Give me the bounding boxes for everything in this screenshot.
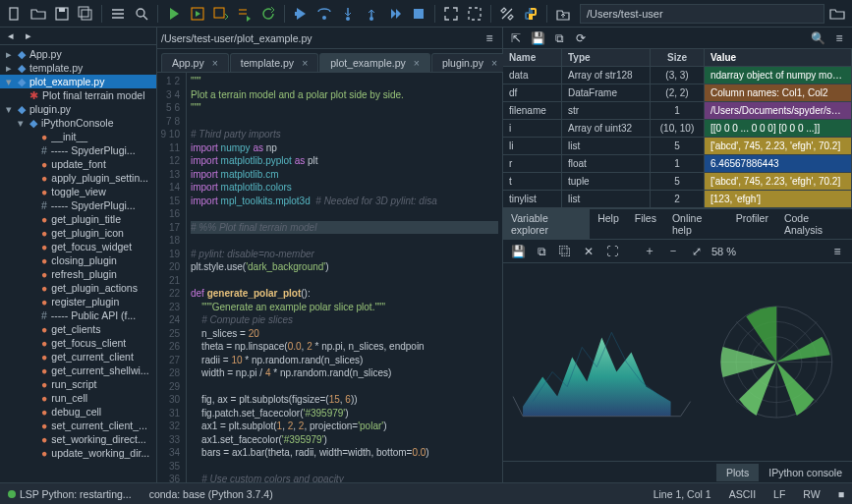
continue-icon[interactable]	[384, 3, 406, 25]
tab-ipython[interactable]: IPython console	[759, 464, 852, 481]
outline-item[interactable]: ▾◆plot_example.py	[0, 75, 156, 88]
outline-item[interactable]: ●get_clients	[0, 322, 156, 336]
copy-plot-icon[interactable]: ⿻	[556, 243, 574, 260]
outline-item[interactable]: ●get_plugin_icon	[0, 226, 156, 240]
step-over-icon[interactable]	[313, 3, 335, 25]
remove-plot-icon[interactable]: ✕	[580, 243, 597, 260]
search-vars-icon[interactable]: 🔍	[809, 29, 826, 47]
right-pane-tab[interactable]: Files	[627, 209, 664, 239]
open-folder-icon[interactable]	[28, 3, 49, 25]
rerun-icon[interactable]	[257, 3, 279, 25]
memory-usage[interactable]: ■	[838, 488, 844, 500]
outline-item[interactable]: ●toggle_view	[0, 185, 156, 198]
save-all-plots-icon[interactable]: ⧉	[533, 243, 550, 260]
stop-debug-icon[interactable]	[408, 3, 429, 25]
save-data-icon[interactable]: 💾	[529, 29, 546, 47]
refresh-vars-icon[interactable]: ⟳	[572, 29, 590, 47]
new-file-icon[interactable]	[4, 3, 26, 25]
outline-item[interactable]: #----- SpyderPlugi...	[0, 198, 156, 212]
run-icon[interactable]	[163, 3, 185, 25]
encoding[interactable]: ASCII	[729, 488, 756, 500]
file-permissions[interactable]: RW	[803, 488, 820, 500]
fullscreen-icon[interactable]	[464, 3, 485, 25]
run-cell-advance-icon[interactable]	[210, 3, 232, 25]
variable-row[interactable]: tinylistlist2[123, 'efgh']	[503, 191, 852, 208]
save-plot-icon[interactable]: 💾	[509, 243, 527, 260]
outline-item[interactable]: ●debug_cell	[0, 405, 156, 419]
outline-item[interactable]: ●get_plugin_title	[0, 212, 156, 226]
variable-row[interactable]: dataArray of str128(3, 3)ndarray object …	[503, 67, 852, 84]
step-into-icon[interactable]	[337, 3, 359, 25]
outline-item[interactable]: ●refresh_plugin	[0, 267, 156, 281]
python-path-icon[interactable]	[520, 3, 541, 25]
remove-all-plots-icon[interactable]: ⛶	[603, 243, 621, 260]
right-pane-tab[interactable]: Online help	[664, 209, 728, 239]
right-pane-tab[interactable]: Help	[590, 209, 627, 239]
parent-dir-icon[interactable]	[552, 3, 574, 25]
vars-options-icon[interactable]: ≡	[830, 29, 848, 47]
right-pane-tab[interactable]: Variable explorer	[503, 209, 590, 239]
outline-item[interactable]: ●set_current_client_...	[0, 419, 156, 432]
zoom-fit-icon[interactable]: ⤢	[688, 243, 706, 260]
outline-item[interactable]: ●get_focus_widget	[0, 240, 156, 253]
outline-item[interactable]: ●__init__	[0, 130, 156, 143]
editor-tab[interactable]: template.py×	[230, 53, 318, 72]
code-editor[interactable]: 1 2 3 4 5 6 7 8 9 10 11 12 13 14 15 16 1…	[157, 73, 502, 482]
col-value[interactable]: Value	[705, 49, 852, 66]
step-out-icon[interactable]	[361, 3, 382, 25]
outline-item[interactable]: ●run_cell	[0, 391, 156, 405]
back-icon[interactable]: ◂	[4, 29, 18, 43]
editor-tab[interactable]: plugin.py×	[431, 53, 508, 72]
close-tab-icon[interactable]: ×	[414, 57, 420, 69]
outline-item[interactable]: ▾◆plugin.py	[0, 102, 156, 116]
variable-row[interactable]: rfloat16.46567886443	[503, 155, 852, 173]
outline-item[interactable]: ●update_working_dir...	[0, 446, 156, 460]
col-name[interactable]: Name	[503, 49, 562, 66]
conda-env[interactable]: conda: base (Python 3.7.4)	[149, 488, 273, 500]
list-icon[interactable]	[107, 3, 129, 25]
cursor-position[interactable]: Line 1, Col 1	[653, 488, 711, 500]
forward-icon[interactable]: ▸	[22, 29, 35, 43]
working-directory-input[interactable]	[580, 4, 824, 24]
outline-item[interactable]: ●closing_plugin	[0, 253, 156, 267]
variable-row[interactable]: ttuple5['abcd', 745, 2.23, 'efgh', 70.2]	[503, 173, 852, 191]
outline-item[interactable]: ▸◆App.py	[0, 47, 156, 61]
outline-item[interactable]: ●register_plugin	[0, 295, 156, 308]
save-as-icon[interactable]: ⧉	[550, 29, 568, 47]
close-tab-icon[interactable]: ×	[212, 57, 218, 69]
editor-tab[interactable]: plot_example.py×	[319, 53, 430, 72]
outline-item[interactable]: ●apply_plugin_settin...	[0, 171, 156, 185]
outline-item[interactable]: ●get_current_client	[0, 350, 156, 364]
editor-menu-icon[interactable]: ≡	[481, 29, 498, 47]
outline-item[interactable]: ●run_script	[0, 377, 156, 391]
variable-row[interactable]: dfDataFrame(2, 2)Column names: Col1, Col…	[503, 84, 852, 102]
variable-row[interactable]: lilist5['abcd', 745, 2.23, 'efgh', 70.2]	[503, 138, 852, 155]
outline-item[interactable]: ✱Plot final terrain model	[0, 88, 156, 102]
line-ending[interactable]: LF	[773, 488, 785, 500]
variable-row[interactable]: filenamestr1/Users/Documents/spyder/spyd…	[503, 102, 852, 120]
outline-item[interactable]: ●get_current_shellwi...	[0, 364, 156, 377]
right-pane-tab[interactable]: Code Analysis	[776, 209, 852, 239]
outline-item[interactable]: ▸◆template.py	[0, 61, 156, 75]
import-data-icon[interactable]: ⇱	[507, 29, 525, 47]
outline-item[interactable]: ●set_working_direct...	[0, 432, 156, 446]
right-pane-tab[interactable]: Profiler	[728, 209, 776, 239]
lsp-status[interactable]: LSP Python: restarting...	[8, 488, 132, 500]
outline-item[interactable]: ●get_focus_client	[0, 336, 156, 350]
close-tab-icon[interactable]: ×	[491, 57, 497, 69]
outline-item[interactable]: ●update_font	[0, 157, 156, 171]
find-icon[interactable]	[131, 3, 152, 25]
outline-item[interactable]: #----- Public API (f...	[0, 308, 156, 322]
run-selection-icon[interactable]	[234, 3, 256, 25]
preferences-icon[interactable]	[496, 3, 518, 25]
variable-row[interactable]: iArray of uint32(10, 10)[[0 0 0 ... 0 0 …	[503, 120, 852, 138]
plot-options-icon[interactable]: ≡	[828, 243, 846, 260]
tab-plots[interactable]: Plots	[716, 464, 759, 481]
browse-dir-icon[interactable]	[826, 3, 848, 25]
editor-tab[interactable]: App.py×	[161, 53, 229, 72]
outline-item[interactable]: ●get_plugin_actions	[0, 281, 156, 295]
save-all-icon[interactable]	[75, 3, 96, 25]
outline-item[interactable]: #----- SpyderPlugi...	[0, 143, 156, 157]
outline-item[interactable]: ▾◆iPythonConsole	[0, 116, 156, 130]
col-type[interactable]: Type	[562, 49, 651, 66]
